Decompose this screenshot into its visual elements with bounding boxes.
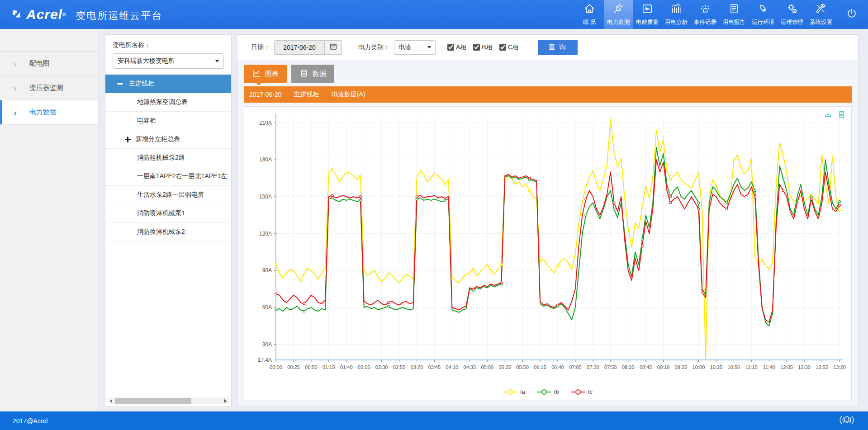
tree-node[interactable]: 消防喷淋机械泵2 bbox=[105, 223, 231, 241]
svg-text:06:40: 06:40 bbox=[551, 364, 564, 370]
power-icon bbox=[846, 8, 858, 21]
tree-node[interactable]: 消防喷淋机械泵1 bbox=[105, 204, 231, 223]
svg-text:02:05: 02:05 bbox=[358, 364, 370, 370]
svg-text:10:25: 10:25 bbox=[710, 364, 723, 370]
tree-node[interactable]: 生活水泵2路一层弱电房 bbox=[105, 186, 231, 204]
phase-c-checkbox[interactable]: C相 bbox=[499, 43, 519, 52]
sidebar-item-power-data[interactable]: › 电力数据 bbox=[0, 100, 98, 125]
nav-item-environment[interactable]: 运行环境 bbox=[749, 0, 778, 29]
nav-item-power-quality[interactable]: 电能质量 bbox=[633, 0, 662, 29]
tree-node[interactable]: 地源热泵空调总表 bbox=[105, 93, 231, 112]
date-input[interactable]: 2017-06-20 bbox=[274, 40, 325, 55]
station-selector: 变电所名称： 安科瑞新大楼变电所 bbox=[105, 35, 231, 74]
svg-text:04:10: 04:10 bbox=[446, 364, 459, 370]
usage-analysis-icon bbox=[670, 3, 682, 16]
collapse-icon[interactable] bbox=[117, 83, 123, 85]
tree-node[interactable]: 一层南1APE2右一层北1APE1左 bbox=[105, 167, 231, 186]
horizontal-scrollbar[interactable] bbox=[108, 397, 229, 404]
tab-data[interactable]: 数据 bbox=[291, 65, 334, 83]
app-title: 变电所运维云平台 bbox=[76, 9, 162, 23]
svg-text:07:05: 07:05 bbox=[569, 364, 582, 370]
svg-text:00:25: 00:25 bbox=[287, 364, 300, 370]
svg-text:05:50: 05:50 bbox=[516, 364, 529, 370]
nav-item-ops-management[interactable]: 运维管理 bbox=[778, 0, 806, 29]
chart-canvas[interactable]: 210A180A150A120A90A60A30A17.4A00:0000:25… bbox=[246, 109, 849, 379]
chevron-right-icon: › bbox=[14, 59, 17, 68]
caret-down-icon bbox=[427, 46, 431, 48]
power-quality-icon bbox=[641, 3, 653, 16]
nav-item-system-settings[interactable]: 系统设置 bbox=[806, 0, 835, 29]
legend-item[interactable]: Ic bbox=[571, 388, 593, 395]
nav-item-power-monitoring[interactable]: 电力监测 bbox=[604, 0, 633, 29]
svg-text:12:55: 12:55 bbox=[816, 364, 828, 370]
system-settings-icon bbox=[815, 3, 827, 16]
tree-node[interactable]: 消防栓机械泵2路 bbox=[105, 149, 231, 167]
svg-text:11:40: 11:40 bbox=[763, 364, 775, 370]
scrollbar-thumb[interactable] bbox=[115, 398, 191, 404]
chart-section: 图表 数据 2017-06-20 主进线柜 电流数据(A) 210A180A15… bbox=[237, 60, 858, 406]
sidebar-item-distribution-diagram[interactable]: › 配电图 bbox=[0, 52, 98, 76]
svg-text:00:00: 00:00 bbox=[270, 364, 282, 370]
tree-node[interactable]: 电容柜 bbox=[105, 112, 231, 130]
svg-text:90A: 90A bbox=[262, 267, 272, 274]
svg-text:05:00: 05:00 bbox=[481, 364, 493, 370]
data-table-icon bbox=[299, 69, 308, 79]
svg-text:08:45: 08:45 bbox=[640, 364, 652, 370]
nav-item-overview[interactable]: 概 况 bbox=[575, 0, 604, 29]
phase-b-checkbox[interactable]: B相 bbox=[473, 43, 492, 52]
category-select[interactable]: 电流 bbox=[394, 40, 436, 55]
legend-item[interactable]: Ia bbox=[503, 388, 525, 395]
phase-checkbox-group: A相 B相 C相 bbox=[447, 43, 519, 52]
notification-bell-button[interactable] bbox=[838, 414, 855, 427]
svg-text:180A: 180A bbox=[259, 156, 272, 163]
tree-node-main-incoming-cabinet[interactable]: 主进线柜 bbox=[105, 75, 231, 93]
query-button[interactable]: 查 询 bbox=[538, 40, 578, 55]
tab-chart[interactable]: 图表 bbox=[244, 65, 287, 83]
bell-icon bbox=[838, 414, 855, 427]
svg-text:10:50: 10:50 bbox=[728, 364, 740, 370]
category-label: 电力类别： bbox=[358, 43, 390, 52]
svg-text:210A: 210A bbox=[259, 120, 272, 126]
chart-toolbox bbox=[824, 110, 846, 121]
banner-date: 2017-06-20 bbox=[249, 91, 282, 98]
triangle-right-icon bbox=[224, 399, 227, 403]
svg-text:00:50: 00:50 bbox=[305, 364, 318, 370]
logout-button[interactable] bbox=[835, 0, 868, 29]
date-label: 日期： bbox=[251, 43, 270, 52]
main-panel: 日期： 2017-06-20 电力类别： 电流 A相 B相 C相 查 询 图表 bbox=[237, 34, 859, 407]
device-tree: 主进线柜 地源热泵空调总表 电容柜 新增分立柜总表 消防栓机械泵2路 一层南1A… bbox=[105, 74, 231, 241]
svg-text:08:20: 08:20 bbox=[622, 364, 635, 370]
nav-item-usage-analysis[interactable]: 用电分析 bbox=[662, 0, 691, 29]
brand: Acrel® 变电所运维云平台 bbox=[0, 6, 162, 23]
svg-text:17.4A: 17.4A bbox=[258, 357, 272, 363]
acrel-logo-icon bbox=[12, 9, 24, 23]
calendar-button[interactable] bbox=[325, 40, 342, 55]
expand-icon[interactable] bbox=[125, 137, 131, 142]
chart-legend: IaIbIc bbox=[244, 388, 851, 395]
category-select-value: 电流 bbox=[398, 43, 411, 52]
svg-text:11:15: 11:15 bbox=[745, 364, 758, 370]
logo-text: Acrel® bbox=[26, 6, 66, 23]
chart-panel: 210A180A150A120A90A60A30A17.4A00:0000:25… bbox=[244, 106, 852, 400]
svg-text:30A: 30A bbox=[262, 341, 272, 348]
registered-mark: ® bbox=[62, 12, 66, 17]
legend-item[interactable]: Ib bbox=[537, 388, 559, 395]
copyright-text: 2017@Acrel bbox=[13, 417, 47, 425]
scroll-left-button[interactable] bbox=[108, 397, 114, 404]
nav-item-usage-report[interactable]: 用电报告 bbox=[720, 0, 749, 29]
chevron-right-icon: › bbox=[14, 108, 17, 117]
sidebar-item-transformer-monitoring[interactable]: › 变压器监测 bbox=[0, 76, 98, 100]
svg-text:60A: 60A bbox=[262, 304, 272, 311]
download-icon[interactable] bbox=[824, 110, 832, 121]
banner-metric: 电流数据(A) bbox=[332, 90, 365, 99]
data-view-icon[interactable] bbox=[837, 110, 846, 121]
svg-text:06:15: 06:15 bbox=[534, 364, 546, 370]
phase-a-checkbox[interactable]: A相 bbox=[447, 43, 466, 52]
tree-node-expandable[interactable]: 新增分立柜总表 bbox=[105, 130, 231, 149]
svg-text:12:30: 12:30 bbox=[798, 364, 811, 370]
station-select[interactable]: 安科瑞新大楼变电所 bbox=[113, 53, 224, 69]
chevron-right-icon: › bbox=[14, 84, 17, 93]
calendar-icon bbox=[329, 43, 337, 52]
nav-item-event-log[interactable]: 事件记录 bbox=[691, 0, 720, 29]
scroll-right-button[interactable] bbox=[222, 397, 229, 404]
